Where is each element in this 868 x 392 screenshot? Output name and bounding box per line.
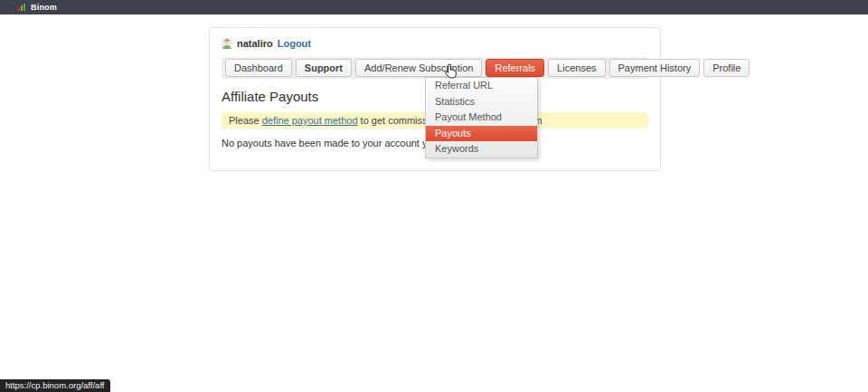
user-row: nataliro Logout	[222, 37, 648, 50]
menu-item-referral-url[interactable]: Referral URL	[426, 78, 537, 94]
user-icon	[222, 38, 232, 49]
nav-button-support[interactable]: Support	[296, 59, 352, 77]
nav-button-add-renew-subscription[interactable]: Add/Renew Subscription	[355, 59, 482, 77]
browser-status-url: https://cp.binom.org/aff/aff	[0, 379, 110, 392]
nav-button-licenses[interactable]: Licenses	[548, 59, 605, 77]
nav-button-referrals[interactable]: Referrals	[486, 59, 544, 77]
username: nataliro	[237, 38, 273, 49]
nav-button-dashboard[interactable]: Dashboard	[225, 59, 292, 77]
menu-item-payout-method[interactable]: Payout Method	[426, 110, 537, 126]
menu-item-statistics[interactable]: Statistics	[426, 94, 537, 110]
logout-link[interactable]: Logout	[278, 38, 311, 49]
menu-item-keywords[interactable]: Keywords	[426, 141, 537, 158]
bar-chart-icon	[18, 4, 25, 11]
account-navbar: Dashboard Support Add/Renew Subscription…	[222, 57, 648, 79]
alert-text-prefix: Please	[229, 115, 262, 126]
brand-name: Binom	[31, 3, 57, 12]
referrals-dropdown-menu: Referral URL Statistics Payout Method Pa…	[425, 77, 538, 158]
menu-item-payouts[interactable]: Payouts	[426, 126, 537, 142]
define-payout-method-link[interactable]: define payout method	[262, 115, 358, 126]
nav-button-payment-history[interactable]: Payment History	[609, 59, 701, 77]
nav-button-profile[interactable]: Profile	[703, 59, 750, 77]
topbar: Binom	[0, 0, 868, 14]
